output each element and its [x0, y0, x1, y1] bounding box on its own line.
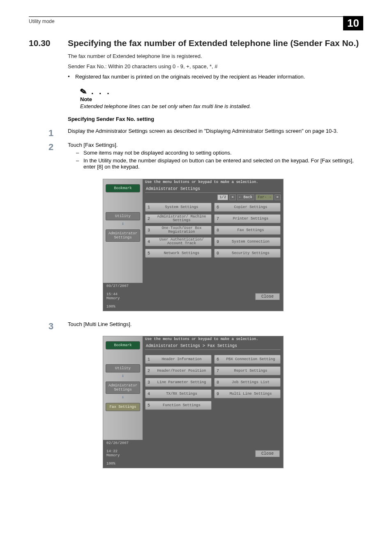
close-button[interactable]: Close: [255, 293, 280, 300]
back-button[interactable]: ← Back: [237, 194, 254, 200]
step-3-text: Touch [Multi Line Settings].: [68, 321, 363, 327]
menu-item-6[interactable]: 6PBX Connection Setting: [214, 355, 281, 364]
screenshot-admin-settings: Bookmark Utility ⇩ Administrator Setting…: [103, 179, 284, 311]
menu-item-2[interactable]: 2Administrator/ Machine Settings: [145, 214, 212, 223]
nav-last-icon[interactable]: »: [274, 194, 281, 200]
breadcrumb-2: Administrator Settings > Fax Settings: [143, 341, 283, 349]
screenshot-fax-settings: Bookmark Utility ⇩ Administrator Setting…: [103, 336, 284, 468]
step-2-sub-1: Some items may not be displayed accordin…: [76, 150, 363, 156]
menu-item-4[interactable]: 4TX/RX Settings: [145, 389, 212, 398]
footer-mem-val-2: 100%: [106, 462, 129, 466]
bullet-1: Registered fax number is printed on the …: [68, 74, 363, 80]
step-2-text: Touch [Fax Settings].: [68, 142, 118, 148]
intro-line-2: Sender Fax No.: Within 20 characters usi…: [68, 63, 363, 69]
forward-button[interactable]: For- →: [256, 194, 273, 200]
screen-hint-2: Use the menu buttons or keypad to make a…: [143, 336, 283, 341]
note-label: Note: [80, 96, 363, 102]
breadcrumb: Administrator Settings: [143, 184, 283, 192]
footer-mem-label-2: Memory: [106, 453, 129, 458]
down-arrow-icon-3: ⇩: [103, 395, 143, 400]
menu-item-9[interactable]: 9System Connection: [214, 237, 281, 246]
running-header: Utility mode: [29, 18, 363, 24]
sidebar-utility[interactable]: Utility: [106, 212, 140, 220]
menu-item-5[interactable]: 5Network Settings: [145, 249, 212, 258]
menu-item-3[interactable]: 3Line Parameter Setting: [145, 378, 212, 387]
chapter-number: 10: [343, 16, 363, 30]
sidebar-admin-settings[interactable]: Administrator Settings: [106, 229, 140, 242]
sidebar-utility-2[interactable]: Utility: [106, 364, 140, 372]
step-3-number: 3: [29, 321, 68, 332]
footer-mem-val-1: 100%: [106, 305, 129, 309]
down-arrow-icon-2: ⇩: [103, 373, 143, 378]
menu-item-7[interactable]: 7Printer Settings: [214, 214, 281, 223]
step-1-text: Display the Administrator Settings scree…: [68, 128, 363, 134]
menu-item-6[interactable]: 6Copier Settings: [214, 203, 281, 212]
section-number: 10.30: [29, 38, 68, 48]
footer-time-2: 14:22: [106, 449, 129, 453]
step-1-number: 1: [29, 128, 68, 139]
footer-mem-label-1: Memory: [106, 296, 129, 301]
menu-item-4[interactable]: 4User Authentication/ Account Track: [145, 237, 212, 246]
note-icon: ✎. . .: [80, 86, 363, 96]
menu-item-3[interactable]: 3One-Touch/User Box Registration: [145, 226, 212, 235]
step-2-number: 2: [29, 142, 68, 153]
down-arrow-icon: ⇩: [103, 221, 143, 226]
menu-item-7[interactable]: 7Report Settings: [214, 366, 281, 375]
menu-item-5[interactable]: 5Function Settings: [145, 401, 212, 410]
footer-time-1: 15:44: [106, 292, 129, 296]
section-title: Specifying the fax number of Extended te…: [68, 38, 363, 48]
note-text: Extended telephone lines can be set only…: [80, 103, 363, 109]
footer-date-2: 02/20/2007: [106, 441, 129, 445]
sidebar-fax-settings[interactable]: Fax Settings: [106, 403, 140, 411]
screen-hint: Use the menu buttons or keypad to make a…: [143, 179, 283, 184]
bookmark-tab-2[interactable]: Bookmark: [106, 341, 140, 349]
bookmark-tab[interactable]: Bookmark: [106, 184, 140, 192]
menu-item-0[interactable]: 0Security Settings: [214, 249, 281, 258]
intro-line-1: The fax number of Extended telephone lin…: [68, 53, 363, 59]
step-2-sub-2: In the Utility mode, the number displaye…: [76, 157, 363, 170]
menu-item-9[interactable]: 9Multi Line Settings: [214, 389, 281, 398]
menu-item-1[interactable]: 1Header Information: [145, 355, 212, 364]
nav-first-icon[interactable]: «: [229, 194, 235, 200]
page-indicator: 1/2: [217, 194, 228, 200]
menu-item-8[interactable]: 8Job Settings List: [214, 378, 281, 387]
close-button-2[interactable]: Close: [255, 450, 280, 457]
sidebar-admin-settings-2[interactable]: Administrator Settings: [106, 382, 140, 394]
menu-item-8[interactable]: 8Fax Settings: [214, 226, 281, 235]
footer-date-1: 09/27/2007: [106, 284, 129, 288]
menu-item-1[interactable]: 1System Settings: [145, 203, 212, 212]
menu-item-2[interactable]: 2Header/Footer Position: [145, 366, 212, 375]
subhead: Specifying Sender Fax No. setting: [68, 116, 363, 122]
